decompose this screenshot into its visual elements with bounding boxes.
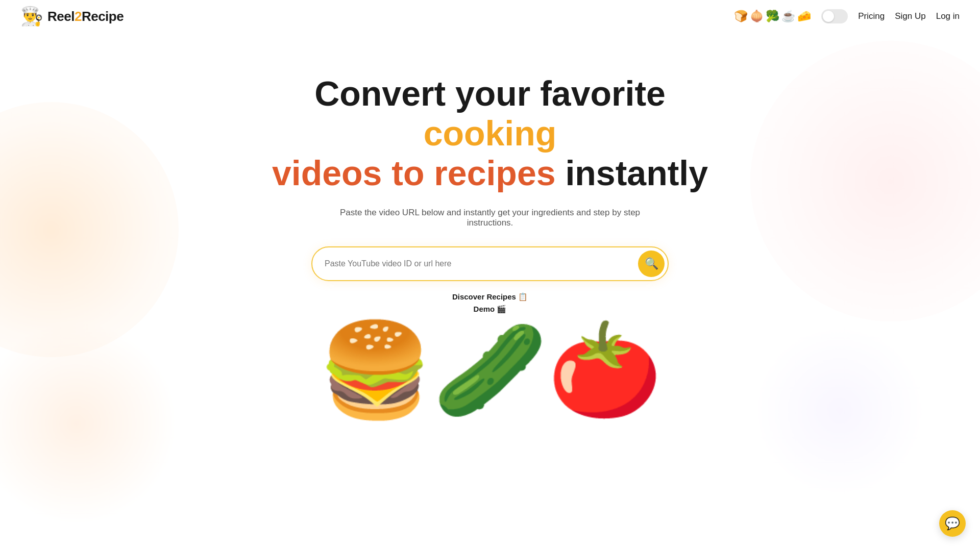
toggle-knob: [823, 11, 834, 22]
discover-recipes-link[interactable]: Discover Recipes 📋: [452, 292, 528, 302]
demo-link[interactable]: Demo 🎬: [474, 305, 507, 314]
main-content: Convert your favorite cooking videos to …: [0, 33, 980, 416]
hero-title-videos: videos: [272, 154, 391, 192]
chat-bubble[interactable]: 💬: [939, 510, 966, 537]
login-link[interactable]: Log in: [936, 11, 960, 21]
burger-illustration: 🍔🥒🍅: [318, 324, 663, 416]
discover-links: Discover Recipes 📋 Demo 🎬: [452, 292, 528, 314]
hero-title-part1: Convert your favorite: [314, 74, 666, 113]
hero-title-recipes: recipes: [434, 154, 565, 192]
theme-toggle[interactable]: [821, 9, 848, 23]
signup-link[interactable]: Sign Up: [895, 11, 925, 21]
chat-icon: 💬: [945, 516, 960, 531]
hero-title-cooking: cooking: [424, 114, 557, 153]
pricing-link[interactable]: Pricing: [858, 11, 885, 21]
search-container: 🔍: [311, 246, 669, 281]
hero-title: Convert your favorite cooking videos to …: [260, 73, 720, 193]
emoji-coffee: ☕: [781, 10, 795, 23]
logo-text: Reel2Recipe: [47, 9, 124, 24]
search-button[interactable]: 🔍: [638, 251, 665, 277]
hero-title-to: to: [391, 154, 434, 192]
emoji-cheese: 🧀: [797, 10, 811, 23]
logo-icon: 👨‍🍳: [20, 7, 43, 26]
burger-illustration-container: 🍔🥒🍅: [318, 324, 663, 416]
hero-subtitle: Paste the video URL below and instantly …: [337, 208, 643, 228]
emoji-broccoli: 🥦: [766, 10, 779, 23]
search-icon: 🔍: [645, 257, 658, 270]
nav-right: 🍞 🧅 🥦 ☕ 🧀 Pricing Sign Up Log in: [734, 9, 960, 23]
search-input[interactable]: [325, 259, 638, 268]
emoji-onion: 🧅: [750, 10, 764, 23]
emoji-bread: 🍞: [734, 10, 748, 23]
nav-emojis: 🍞 🧅 🥦 ☕ 🧀: [734, 10, 811, 23]
hero-title-instantly: instantly: [565, 154, 708, 192]
logo[interactable]: 👨‍🍳 Reel2Recipe: [20, 7, 124, 26]
navbar: 👨‍🍳 Reel2Recipe 🍞 🧅 🥦 ☕ 🧀 Pricing Sign U…: [0, 0, 980, 33]
